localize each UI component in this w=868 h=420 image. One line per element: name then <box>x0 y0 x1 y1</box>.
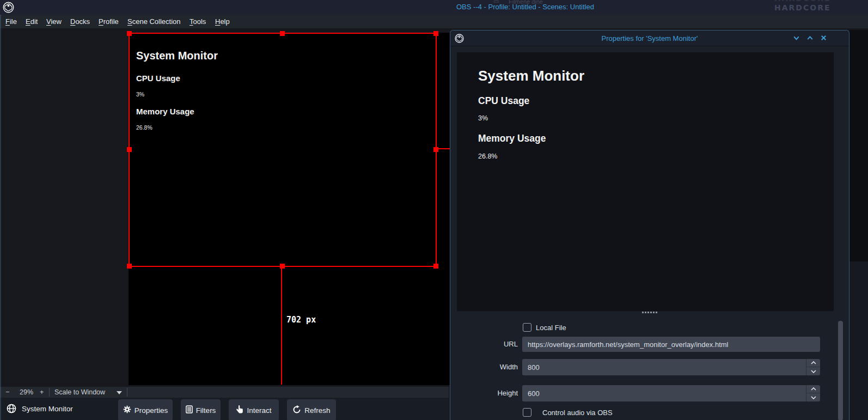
scale-mode-dropdown[interactable]: Scale to Window <box>54 387 105 398</box>
local-file-label: Local File <box>536 323 566 332</box>
preview-title: System Monitor <box>478 68 584 84</box>
scrollbar-thumb[interactable] <box>838 321 843 420</box>
url-input[interactable] <box>522 337 820 352</box>
resize-handle-top-center[interactable] <box>280 31 285 36</box>
source-preview: System Monitor CPU Usage 3% Memory Usage… <box>457 52 834 311</box>
chevron-up-icon[interactable] <box>805 34 815 43</box>
obs-window: ▭ Filmene dine OBS --4 - Profile: Untitl… <box>0 0 868 420</box>
menu-file[interactable]: File <box>5 15 17 28</box>
background-strip <box>849 30 868 261</box>
source-selection-box[interactable]: System Monitor CPU Usage 3% Memory Usage… <box>129 33 437 267</box>
resize-handle-bottom-left[interactable] <box>127 264 132 269</box>
height-spinbox <box>522 385 820 401</box>
menu-edit[interactable]: Edit <box>26 15 38 28</box>
interact-button[interactable]: Interact <box>229 399 279 420</box>
separator <box>127 388 127 397</box>
resize-handle-top-left[interactable] <box>127 31 132 36</box>
menu-docks[interactable]: Docks <box>70 15 90 28</box>
gear-icon <box>123 405 131 415</box>
splitter-handle[interactable] <box>450 312 849 313</box>
preview-cpu-value: 3% <box>478 114 488 122</box>
url-label: URL <box>461 337 518 352</box>
properties-dialog-header: Properties for 'System Monitor' <box>450 31 849 46</box>
properties-dialog-title: Properties for 'System Monitor' <box>450 31 849 46</box>
desktop-watermark-top: HARDCORE <box>774 0 830 3</box>
overlay-mem-value: 26.8% <box>136 124 152 131</box>
height-input[interactable] <box>522 385 806 401</box>
zoom-in-button[interactable]: + <box>40 387 44 398</box>
overlay-cpu-label: CPU Usage <box>136 74 180 83</box>
height-decrement-button[interactable] <box>806 393 820 401</box>
height-increment-button[interactable] <box>806 385 820 393</box>
close-icon[interactable] <box>819 34 828 43</box>
pointer-hand-icon <box>236 405 243 416</box>
source-toolbar: System Monitor Properties Filters Intera… <box>0 398 449 420</box>
menu-bar: File Edit View Docks Profile Scene Colle… <box>0 15 868 28</box>
chevron-down-icon[interactable] <box>792 34 801 43</box>
width-label: Width <box>461 359 518 375</box>
control-audio-checkbox[interactable] <box>523 408 531 417</box>
width-spinbox <box>522 359 820 375</box>
height-spin-buttons <box>806 385 820 401</box>
resize-handle-bottom-right[interactable] <box>433 264 438 269</box>
refresh-icon <box>292 405 301 416</box>
snap-guide-vertical <box>281 267 282 385</box>
window-title: OBS --4 - Profile: Untitled - Scenes: Un… <box>456 3 594 11</box>
zoom-controls-bar: − 29% + Scale to Window <box>0 387 449 398</box>
browser-source-icon <box>7 404 16 416</box>
width-spin-buttons <box>806 359 820 375</box>
snap-guide-horizontal <box>437 148 450 149</box>
zoom-level: 29% <box>20 387 33 398</box>
guide-distance-label: 702 px <box>286 315 316 325</box>
width-decrement-button[interactable] <box>806 367 820 375</box>
desktop-watermark: HARDCORE <box>774 3 830 12</box>
refresh-button[interactable]: Refresh <box>287 399 336 420</box>
preview-mem-value: 26.8% <box>478 153 497 160</box>
menu-help[interactable]: Help <box>215 15 230 28</box>
overlay-cpu-value: 3% <box>136 91 144 98</box>
menu-scene-collection[interactable]: Scene Collection <box>127 15 181 28</box>
filters-icon <box>186 405 193 415</box>
separator <box>49 388 50 397</box>
properties-button[interactable]: Properties <box>118 399 173 420</box>
preview-cpu-label: CPU Usage <box>478 95 529 107</box>
menu-profile[interactable]: Profile <box>99 15 119 28</box>
background-strip <box>849 261 868 420</box>
width-increment-button[interactable] <box>806 359 820 367</box>
title-bar: ▭ Filmene dine OBS --4 - Profile: Untitl… <box>0 0 868 15</box>
control-audio-label: Control audio via OBS <box>542 408 613 417</box>
dropdown-caret-icon[interactable] <box>117 391 122 394</box>
zoom-out-button[interactable]: − <box>5 387 9 398</box>
resize-handle-top-right[interactable] <box>433 31 438 36</box>
resize-handle-mid-left[interactable] <box>127 147 132 152</box>
properties-dialog: Properties for 'System Monitor' System M… <box>450 30 849 420</box>
overlay-title: System Monitor <box>136 50 218 62</box>
preview-mem-label: Memory Usage <box>478 133 546 144</box>
overlay-mem-label: Memory Usage <box>136 107 194 116</box>
height-label: Height <box>461 385 518 401</box>
width-input[interactable] <box>522 359 806 375</box>
menu-view[interactable]: View <box>46 15 62 28</box>
menu-tools[interactable]: Tools <box>190 15 206 28</box>
window-edge-highlight <box>0 15 1 420</box>
selected-source-name: System Monitor <box>22 398 73 420</box>
obs-logo-icon <box>3 2 14 15</box>
local-file-checkbox[interactable] <box>523 323 531 332</box>
filters-button[interactable]: Filters <box>181 399 221 420</box>
